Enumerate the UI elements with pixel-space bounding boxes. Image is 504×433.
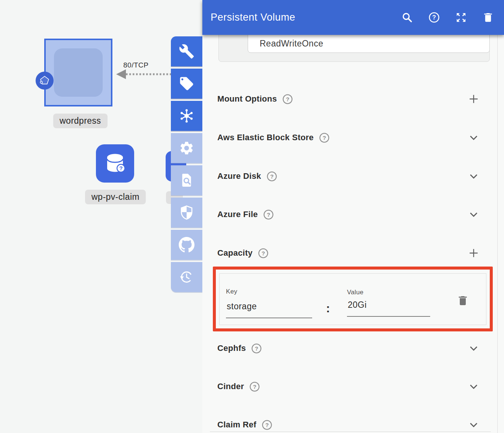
github-icon (179, 237, 194, 253)
section-capacity: Capacity ? (217, 247, 480, 259)
security-button[interactable] (171, 198, 202, 228)
value-label: Value (347, 289, 363, 296)
search-icon[interactable] (401, 12, 413, 23)
database-icon: ? (102, 150, 129, 177)
wrench-icon (179, 43, 194, 59)
section-cephfs: Cephfs ? (217, 342, 480, 354)
section-label: Capacity (217, 248, 253, 258)
history-icon (179, 269, 194, 285)
add-button[interactable] (468, 247, 480, 259)
chevron-down-icon[interactable] (468, 419, 480, 431)
inspect-button[interactable] (171, 165, 202, 195)
svg-text:?: ? (265, 421, 269, 428)
help-icon[interactable]: ? (428, 12, 440, 23)
labels-button[interactable] (171, 69, 202, 99)
history-button[interactable] (171, 262, 202, 292)
expand-icon[interactable] (455, 12, 467, 23)
svg-text:?: ? (270, 173, 274, 179)
graph-button[interactable] (171, 101, 202, 131)
capacity-key-input[interactable] (226, 301, 312, 318)
chevron-down-icon[interactable] (468, 170, 480, 182)
document-search-icon (179, 172, 194, 188)
panel-header-actions: ? (401, 12, 494, 23)
tools-button[interactable] (171, 36, 202, 66)
svg-text:?: ? (255, 345, 258, 351)
capacity-entry-card: Key : Value (219, 273, 486, 325)
svg-text:?: ? (286, 96, 289, 102)
panel-title: Persistent Volume (211, 12, 295, 23)
github-button[interactable] (171, 230, 202, 260)
section-label: Aws Elastic Block Store (217, 133, 314, 142)
section-label: Cephfs (217, 343, 246, 353)
app-root: wordpress 80/TCP ? wp-pv-claim (0, 0, 504, 433)
capacity-value-input[interactable] (347, 300, 430, 317)
section-azure-disk: Azure Disk ? (217, 170, 480, 182)
settings-button[interactable] (171, 133, 202, 163)
svg-text:?: ? (323, 134, 326, 141)
panel-scroll-divider[interactable] (497, 35, 498, 433)
help-icon[interactable]: ? (282, 94, 293, 105)
section-aws-ebs: Aws Elastic Block Store ? (217, 132, 480, 144)
help-icon[interactable]: ? (263, 209, 274, 220)
chevron-down-icon[interactable] (468, 208, 480, 220)
delete-entry-button[interactable] (457, 294, 469, 308)
section-label: Azure File (217, 210, 258, 219)
details-panel: ReadWriteOnce Mount Options ? Aws Elasti… (202, 0, 504, 433)
node-wp-pv-claim[interactable]: ? (96, 144, 134, 183)
add-button[interactable] (468, 93, 480, 105)
pod-pentagon-icon (36, 72, 54, 90)
chevron-down-icon[interactable] (468, 342, 480, 354)
help-icon[interactable]: ? (249, 381, 260, 392)
help-icon[interactable]: ? (266, 171, 277, 182)
panel-header: Persistent Volume ? (202, 0, 504, 35)
key-value-separator: : (326, 301, 330, 315)
canvas-toolbar (171, 36, 202, 292)
svg-text:?: ? (262, 250, 265, 256)
help-icon[interactable]: ? (262, 420, 272, 430)
section-label: Cinder (217, 382, 244, 391)
trash-icon[interactable] (482, 12, 494, 23)
section-label: Azure Disk (217, 171, 261, 181)
help-icon[interactable]: ? (258, 248, 269, 259)
section-cinder: Cinder ? (217, 381, 480, 393)
svg-text:?: ? (253, 383, 256, 390)
svg-text:?: ? (267, 211, 270, 217)
shield-icon (179, 205, 194, 220)
node-wordpress-pod[interactable] (54, 48, 103, 97)
section-label: Claim Ref (217, 420, 256, 430)
section-claim-ref: Claim Ref ? (217, 419, 480, 431)
section-label: Mount Options (217, 94, 277, 104)
section-mount-options: Mount Options ? (217, 93, 480, 105)
node-label-wp-pv-claim: wp-pv-claim (85, 190, 146, 204)
hub-icon (179, 108, 194, 124)
access-modes-value: ReadWriteOnce (260, 39, 323, 49)
chevron-down-icon[interactable] (468, 132, 480, 144)
section-azure-file: Azure File ? (217, 208, 480, 220)
edge-port-label: 80/TCP (123, 61, 148, 69)
node-label-wordpress: wordpress (53, 114, 108, 128)
tag-icon (179, 76, 194, 91)
gear-icon (179, 140, 194, 156)
chevron-down-icon[interactable] (468, 381, 480, 393)
help-icon[interactable]: ? (251, 343, 262, 354)
divider (210, 432, 491, 432)
key-label: Key (226, 288, 238, 295)
svg-text:?: ? (119, 165, 123, 171)
node-wordpress[interactable] (44, 39, 112, 106)
svg-text:?: ? (432, 14, 436, 21)
help-icon[interactable]: ? (319, 132, 330, 143)
